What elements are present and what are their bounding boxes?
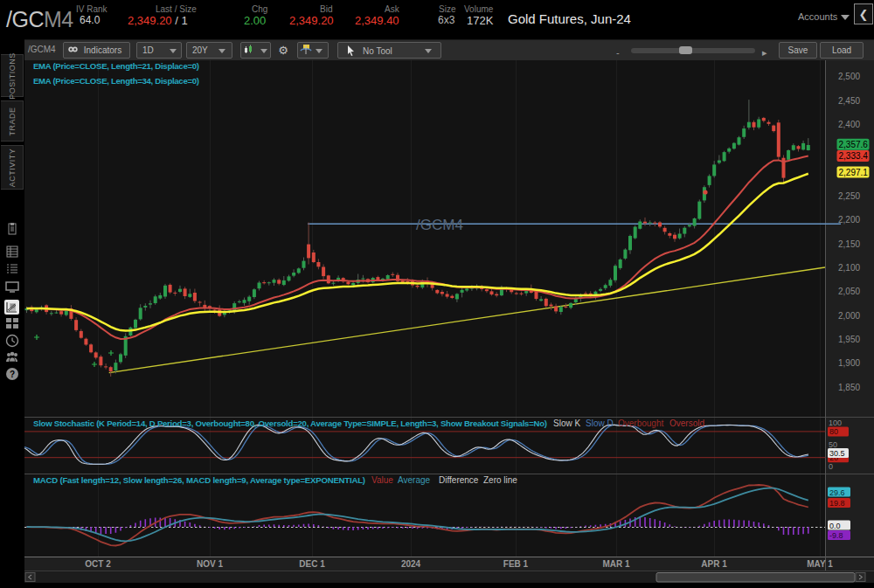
svg-text:Slow D: Slow D: [586, 419, 614, 428]
svg-text:2,333.4: 2,333.4: [839, 151, 869, 161]
svg-text:50: 50: [829, 440, 837, 449]
svg-text:100: 100: [829, 419, 842, 427]
svg-text:2,150: 2,150: [838, 239, 860, 249]
svg-text:2,100: 2,100: [838, 263, 860, 273]
svg-text:Slow K: Slow K: [553, 419, 580, 428]
svg-text:NOV 1: NOV 1: [197, 559, 223, 569]
svg-text:MAR 1: MAR 1: [602, 559, 630, 569]
svg-text:2,400: 2,400: [838, 120, 860, 129]
svg-text:30.5: 30.5: [829, 449, 845, 458]
svg-text:MAY 1: MAY 1: [807, 559, 833, 569]
svg-text:Overbought: Overbought: [618, 419, 663, 428]
svg-text:2,000: 2,000: [838, 311, 860, 321]
svg-text:/GCM4: /GCM4: [416, 217, 463, 233]
svg-text:1,950: 1,950: [838, 335, 860, 344]
svg-text:Slow Stochastic (K Period=14,: Slow Stochastic (K Period=14, D Period=3…: [33, 419, 547, 428]
svg-text:MACD (Fast length=12, Slow len: MACD (Fast length=12, Slow length=26, MA…: [33, 475, 365, 485]
svg-text:Average: Average: [398, 475, 431, 485]
svg-text:2024: 2024: [401, 559, 421, 569]
svg-text:1,900: 1,900: [838, 358, 860, 368]
svg-text:APR 1: APR 1: [701, 559, 727, 569]
svg-text:2,500: 2,500: [838, 72, 860, 81]
svg-text:2,200: 2,200: [838, 215, 860, 225]
svg-text:80: 80: [829, 427, 838, 436]
svg-text:EMA (Price=CLOSE, Length=21, D: EMA (Price=CLOSE, Length=21, Displace=0): [33, 61, 199, 71]
svg-text:OCT 2: OCT 2: [85, 559, 111, 569]
svg-text:DEC 1: DEC 1: [299, 559, 325, 569]
svg-text:29.6: 29.6: [829, 488, 845, 497]
svg-text:2,250: 2,250: [838, 191, 860, 201]
svg-text:Oversold: Oversold: [669, 419, 704, 428]
svg-text:19.8: 19.8: [829, 499, 845, 508]
svg-text:Zero line: Zero line: [483, 475, 517, 485]
svg-text:Difference: Difference: [439, 475, 479, 485]
svg-text:2,050: 2,050: [838, 287, 860, 296]
svg-text:-9.8: -9.8: [829, 531, 843, 540]
svg-text:FEB 1: FEB 1: [503, 559, 529, 569]
svg-text:1,850: 1,850: [838, 383, 860, 392]
svg-text:Value: Value: [371, 475, 393, 485]
svg-text:0: 0: [829, 462, 833, 471]
svg-text:0.0: 0.0: [829, 522, 841, 530]
svg-text:2,357.6: 2,357.6: [839, 140, 869, 149]
svg-text:2,297.1: 2,297.1: [839, 168, 869, 177]
svg-text:2,450: 2,450: [838, 96, 860, 106]
svg-text:EMA (Price=CLOSE, Length=34, D: EMA (Price=CLOSE, Length=34, Displace=0): [33, 76, 199, 86]
